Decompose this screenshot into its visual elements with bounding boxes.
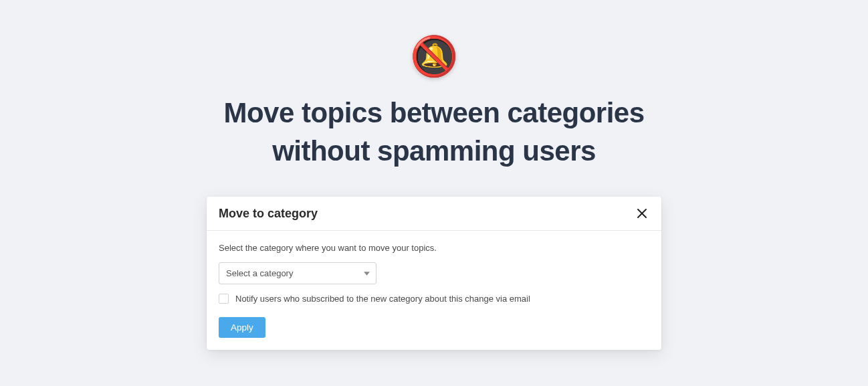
category-select-placeholder: Select a category — [226, 268, 293, 278]
category-select[interactable]: Select a category — [219, 262, 376, 284]
category-select-box[interactable]: Select a category — [219, 262, 376, 284]
apply-button[interactable]: Apply — [219, 317, 265, 338]
headline-line-2: without spamming users — [272, 135, 596, 167]
page-headline: Move topics between categories without s… — [223, 94, 644, 170]
dialog-title: Move to category — [219, 207, 318, 221]
dialog-instruction: Select the category where you want to mo… — [219, 243, 649, 253]
close-button[interactable] — [635, 206, 649, 221]
dialog-header: Move to category — [207, 197, 661, 231]
headline-line-1: Move topics between categories — [223, 97, 644, 128]
notify-checkbox-label[interactable]: Notify users who subscribed to the new c… — [235, 294, 530, 304]
notify-checkbox-row: Notify users who subscribed to the new c… — [219, 294, 649, 304]
move-to-category-dialog: Move to category Select the category whe… — [207, 197, 661, 350]
dialog-body: Select the category where you want to mo… — [207, 231, 661, 350]
close-icon — [637, 208, 647, 219]
no-bell-icon: 🔕 — [410, 37, 458, 76]
notify-checkbox[interactable] — [219, 294, 229, 304]
